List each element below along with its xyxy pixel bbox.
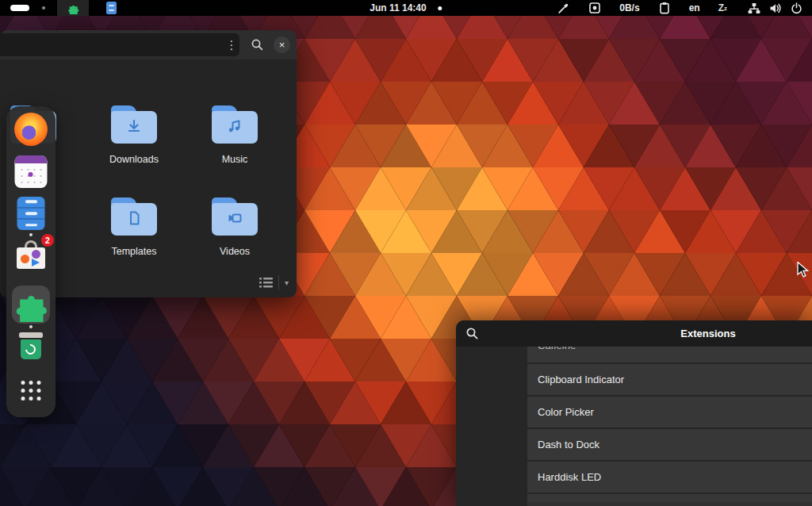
close-icon[interactable]: × — [274, 36, 290, 53]
search-icon[interactable] — [465, 327, 479, 340]
extension-row-partial — [527, 493, 812, 502]
extensions-window: Extensions CaffeineClipboard IndicatorCo… — [456, 320, 812, 506]
color-picker-indicator[interactable] — [557, 2, 570, 14]
app-grid-icon[interactable] — [21, 381, 41, 401]
files-pathbar[interactable] — [0, 33, 239, 56]
running-indicator — [29, 233, 33, 236]
window-title: Extensions — [680, 320, 735, 347]
dock: 2 — [6, 106, 56, 417]
folder-tile[interactable]: Templates — [96, 197, 172, 257]
extension-label: Dash to Dock — [538, 439, 599, 450]
files-icon[interactable] — [17, 197, 45, 230]
extension-label: Caffeine — [538, 347, 576, 351]
folder-icon — [111, 197, 157, 236]
folder-label: Downloads — [109, 154, 159, 165]
extension-row[interactable]: Harddisk LED — [527, 460, 812, 493]
eyedropper-icon — [557, 2, 570, 14]
update-badge: 2 — [41, 234, 54, 247]
dropdown-arrow-icon[interactable]: ▾ — [285, 278, 289, 287]
extension-label: Clipboard Indicator — [538, 374, 624, 385]
trash-icon[interactable] — [17, 332, 44, 361]
focused-app-extensions-button[interactable] — [57, 0, 89, 16]
led-indicator[interactable] — [588, 2, 601, 14]
desktop: { "topbar": { "clock": "Jun 11 14:40", "… — [0, 0, 812, 506]
folder-icon — [111, 105, 157, 144]
software-icon[interactable]: 2 — [14, 239, 48, 272]
notification-dot-icon — [439, 6, 442, 10]
list-view-icon[interactable] — [259, 277, 273, 289]
extension-row-clipped[interactable]: Caffeine — [527, 347, 812, 362]
extension-row[interactable]: Clipboard Indicator — [527, 362, 812, 395]
folder-tile[interactable]: Downloads — [96, 105, 172, 165]
folder-tile[interactable]: Music — [197, 105, 273, 165]
extension-label: Harddisk LED — [538, 471, 601, 483]
folder-label: Music — [222, 154, 248, 165]
extensions-headerbar: Extensions — [456, 320, 812, 347]
clock-label: Jun 11 14:40 — [370, 2, 426, 13]
caffeine-indicator[interactable]: Zz — [718, 2, 727, 13]
keyboard-layout-indicator[interactable]: en — [689, 2, 700, 13]
extension-row[interactable]: Dash to Dock — [527, 427, 812, 460]
folder-label: Videos — [220, 246, 250, 257]
menu-dots-icon[interactable]: ⋮ — [224, 36, 239, 54]
view-toggle[interactable]: ▾ — [259, 274, 289, 291]
running-indicator — [29, 325, 33, 328]
puzzle-icon — [67, 2, 79, 14]
clock-button[interactable]: Jun 11 14:40 — [370, 0, 442, 16]
mouse-cursor — [797, 262, 812, 279]
folder-tile[interactable]: Videos — [197, 197, 273, 257]
network-icon — [748, 2, 760, 14]
workspace-indicator-pill[interactable] — [10, 5, 29, 11]
extension-label: Color Picker — [538, 406, 594, 418]
extensions-icon[interactable] — [13, 287, 48, 322]
system-status-area[interactable] — [748, 2, 802, 14]
firefox-icon[interactable] — [14, 113, 48, 146]
folder-icon — [212, 197, 258, 236]
power-icon — [791, 2, 802, 14]
volume-icon — [769, 2, 782, 14]
clipboard-indicator[interactable] — [658, 2, 671, 14]
top-bar: Jun 11 14:40 0B/s en Zz — [0, 0, 812, 16]
square-dot-icon — [588, 2, 601, 14]
workspace-indicator-dot[interactable] — [42, 6, 45, 10]
extension-row[interactable]: Color Picker — [527, 395, 812, 427]
clipboard-icon — [658, 2, 671, 14]
calendar-icon[interactable] — [15, 155, 48, 188]
extensions-list: CaffeineClipboard IndicatorColor PickerD… — [527, 347, 812, 506]
folder-label: Templates — [112, 246, 157, 257]
search-icon[interactable] — [251, 38, 264, 52]
folder-icon — [212, 105, 258, 144]
files-app-icon[interactable] — [106, 2, 117, 14]
network-speed-indicator[interactable]: 0B/s — [619, 2, 639, 13]
files-headerbar: ⋮ × — [0, 30, 297, 59]
